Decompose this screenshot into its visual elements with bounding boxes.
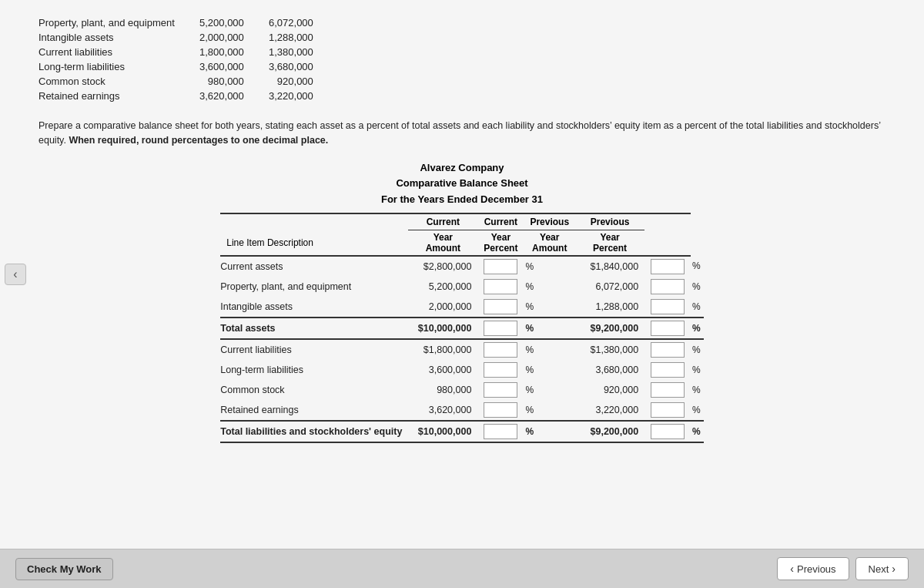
bs-title-line2: Comparative Balance Sheet <box>381 176 543 192</box>
bs-table-row: Property, plant, and equipment 5,200,000… <box>220 277 704 297</box>
bs-curr-amount: $10,000,000 <box>408 421 477 442</box>
main-content: ‹ Property, plant, and equipment 5,200,0… <box>0 0 924 549</box>
bs-curr-pct-input[interactable] <box>484 342 517 358</box>
bs-prev-amount: 1,288,000 <box>575 297 644 318</box>
bs-curr-pct-sign: % <box>524 421 575 442</box>
bs-curr-pct-cell <box>477 277 524 297</box>
bs-curr-amount: $10,000,000 <box>408 318 477 339</box>
bs-prev-amount: $9,200,000 <box>575 318 644 339</box>
header-col3: Current <box>477 213 524 230</box>
bs-prev-pct-cell <box>644 421 691 442</box>
bs-curr-pct-input[interactable] <box>484 279 517 294</box>
bs-curr-pct-cell <box>477 339 524 360</box>
bs-curr-pct-cell <box>477 400 524 421</box>
bs-curr-pct-input[interactable] <box>484 424 517 439</box>
top-row-label: Common stock <box>38 74 190 89</box>
bs-table-row: Long-term liabilities 3,600,000 % 3,680,… <box>220 360 704 380</box>
top-row-current: 5,200,000 <box>190 15 259 30</box>
top-row-previous: 920,000 <box>259 74 329 89</box>
subheader-col4: YearAmount <box>524 230 575 256</box>
bs-curr-pct-sign: % <box>524 339 575 360</box>
header-col2: Current <box>408 213 477 230</box>
top-row-current: 3,620,000 <box>190 89 259 103</box>
bs-curr-pct-sign: % <box>524 318 575 339</box>
bs-prev-pct-input[interactable] <box>651 402 685 418</box>
top-row-previous: 6,072,000 <box>259 15 329 30</box>
bs-prev-pct-cell <box>644 339 691 360</box>
top-row-previous: 1,288,000 <box>259 30 329 45</box>
nav-buttons: ‹ Previous Next › <box>777 557 909 580</box>
next-arrow-icon: › <box>892 563 896 575</box>
header-col6 <box>644 213 691 230</box>
bs-row-label: Current liabilities <box>220 339 408 360</box>
subheader-row: Line Item Description YearAmount YearPer… <box>220 230 704 256</box>
bs-prev-pct-input[interactable] <box>651 424 685 439</box>
top-row-label: Retained earnings <box>38 89 190 103</box>
top-row-label: Current liabilities <box>38 45 190 59</box>
bs-curr-pct-cell <box>477 318 524 339</box>
bs-curr-pct-input[interactable] <box>484 362 517 378</box>
bs-curr-amount: 3,620,000 <box>408 400 477 421</box>
bs-prev-amount: $1,840,000 <box>575 256 644 277</box>
bs-curr-amount: 5,200,000 <box>408 277 477 297</box>
bs-curr-pct-input[interactable] <box>484 402 517 418</box>
bs-table-row: Common stock 980,000 % 920,000 % <box>220 380 704 400</box>
check-my-work-button[interactable]: Check My Work <box>15 558 113 580</box>
bs-curr-pct-sign: % <box>524 277 575 297</box>
subheader-col5: YearPercent <box>575 230 644 256</box>
bs-table-row: Intangible assets 2,000,000 % 1,288,000 … <box>220 297 704 318</box>
bs-prev-pct-input[interactable] <box>651 299 685 314</box>
bs-table-row: Total liabilities and stockholders' equi… <box>220 421 704 442</box>
bs-prev-pct-input[interactable] <box>651 321 685 336</box>
bs-curr-pct-sign: % <box>524 256 575 277</box>
bs-prev-pct-input[interactable] <box>651 279 685 294</box>
bs-curr-pct-sign: % <box>524 360 575 380</box>
bs-row-label: Intangible assets <box>220 297 408 318</box>
bs-curr-pct-input[interactable] <box>484 382 517 398</box>
top-row-previous: 3,220,000 <box>259 89 329 103</box>
subheader-col6 <box>644 230 691 256</box>
header-row: Current Current Previous Previous <box>220 213 704 230</box>
bs-curr-pct-input[interactable] <box>484 321 517 336</box>
bs-title-line1: Alvarez Company <box>381 160 543 176</box>
bs-row-label: Total assets <box>220 318 408 339</box>
bs-prev-pct-input[interactable] <box>651 259 685 274</box>
bs-table-row: Retained earnings 3,620,000 % 3,220,000 … <box>220 400 704 421</box>
previous-button[interactable]: ‹ Previous <box>777 557 849 580</box>
subheader-col1: Line Item Description <box>220 230 408 256</box>
bs-prev-pct-sign: % <box>691 277 704 297</box>
bs-prev-pct-cell <box>644 297 691 318</box>
top-row-previous: 3,680,000 <box>259 59 329 74</box>
top-row-label: Long-term liabilities <box>38 59 190 74</box>
bs-curr-pct-input[interactable] <box>484 259 517 274</box>
bs-curr-pct-input[interactable] <box>484 299 517 314</box>
bs-prev-amount: 3,680,000 <box>575 360 644 380</box>
instructions-text: Prepare a comparative balance sheet for … <box>38 119 886 148</box>
bs-prev-amount: $1,380,000 <box>575 339 644 360</box>
balance-sheet-table: Current Current Previous Previous Line I… <box>220 213 704 443</box>
bs-prev-pct-input[interactable] <box>651 362 685 378</box>
bs-prev-amount: 920,000 <box>575 380 644 400</box>
bs-prev-pct-sign: % <box>691 421 704 442</box>
subheader-col3: YearPercent <box>477 230 524 256</box>
top-data-table: Property, plant, and equipment 5,200,000… <box>38 15 901 103</box>
bs-row-label: Property, plant, and equipment <box>220 277 408 297</box>
bs-prev-pct-input[interactable] <box>651 342 685 358</box>
header-col4: Previous <box>524 213 575 230</box>
bs-prev-pct-sign: % <box>691 360 704 380</box>
bs-curr-amount: 3,600,000 <box>408 360 477 380</box>
bs-curr-pct-sign: % <box>524 400 575 421</box>
left-nav-arrow[interactable]: ‹ <box>5 264 26 285</box>
top-table-row: Long-term liabilities 3,600,000 3,680,00… <box>38 59 329 74</box>
next-button[interactable]: Next › <box>855 557 909 580</box>
bs-row-label: Long-term liabilities <box>220 360 408 380</box>
previous-label: Previous <box>797 563 836 575</box>
header-col5: Previous <box>575 213 644 230</box>
bs-curr-pct-cell <box>477 380 524 400</box>
bs-prev-pct-sign: % <box>691 297 704 318</box>
bs-prev-pct-sign: % <box>691 318 704 339</box>
bs-prev-pct-cell <box>644 318 691 339</box>
bs-table-row: Current liabilities $1,800,000 % $1,380,… <box>220 339 704 360</box>
bs-prev-pct-input[interactable] <box>651 382 685 398</box>
bs-row-label: Total liabilities and stockholders' equi… <box>220 421 408 442</box>
